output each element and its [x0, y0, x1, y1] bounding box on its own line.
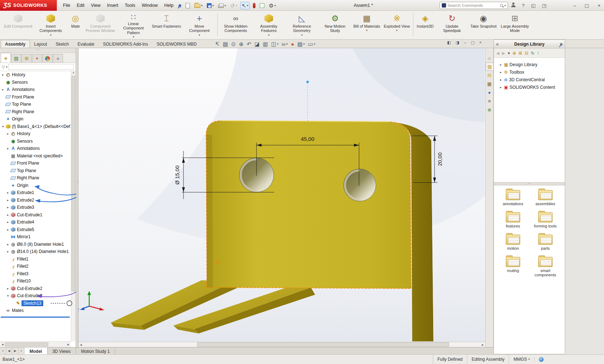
- new-motion-study-button[interactable]: ⚙New Motion Study: [318, 12, 351, 38]
- minimize-graphics-button[interactable]: –: [464, 40, 466, 45]
- update-standard-views-button[interactable]: ↸: [215, 41, 220, 47]
- menu-tools[interactable]: Tools: [122, 0, 138, 11]
- print-button[interactable]: ▾: [217, 3, 227, 9]
- scroll-right-icon[interactable]: ▶: [481, 343, 485, 347]
- pin-panel-icon[interactable]: [559, 41, 564, 47]
- featuremanager-tab[interactable]: ◈: [1, 53, 11, 63]
- evaluate-sheet-button[interactable]: [259, 3, 265, 9]
- tree-item-extrude5[interactable]: ▸Extrude5: [0, 226, 71, 234]
- expand-arrow-icon[interactable]: ▸: [6, 147, 10, 150]
- collapse-panel-icon[interactable]: «: [496, 41, 499, 47]
- rollback-bar[interactable]: [1, 317, 70, 318]
- panel-splitter-handle[interactable]: ⋯: [0, 48, 76, 53]
- dynamic-annotation-views-button[interactable]: ▥: [263, 41, 268, 47]
- solidworks-resources-tab[interactable]: ⌂: [486, 54, 493, 62]
- zoom-to-area-button[interactable]: ⊕: [239, 41, 244, 47]
- touch-mode-button[interactable]: [252, 2, 256, 9]
- sheet-tab-model[interactable]: Model: [24, 347, 47, 354]
- tree-item-f-base1-1-default-def[interactable]: ▾(f) Base1_&<1> (Default<<Def: [0, 123, 71, 130]
- display-style-button[interactable]: ◫▾: [271, 41, 278, 47]
- refresh-button[interactable]: ↻: [531, 51, 535, 56]
- search-input[interactable]: [448, 3, 499, 8]
- move-component-button[interactable]: +Move Component▾: [183, 12, 216, 38]
- library-folder-features[interactable]: features: [497, 212, 529, 228]
- expand-arrow-icon[interactable]: ▸: [499, 86, 503, 89]
- appearances-tab[interactable]: ●: [486, 88, 493, 97]
- forum-tab[interactable]: ⊛: [486, 106, 493, 114]
- tree-item-mates[interactable]: ∞Mates: [0, 307, 71, 314]
- edit-appearance-button[interactable]: ●: [291, 41, 294, 47]
- pane-left-button[interactable]: ◱: [531, 3, 535, 8]
- tree-item-front-plane[interactable]: Front Plane: [0, 93, 71, 101]
- pane-split-right-button[interactable]: ◨: [455, 40, 459, 45]
- collapse-arrow-icon[interactable]: ▾: [1, 125, 5, 128]
- expand-arrow-icon[interactable]: ▸: [6, 191, 10, 194]
- save-button[interactable]: ▾: [206, 3, 215, 9]
- menu-insert[interactable]: Insert: [104, 0, 122, 11]
- search-commands-box[interactable]: ▾: [440, 2, 508, 9]
- sheet-nav-icon[interactable]: ▶: [12, 347, 18, 354]
- apply-scene-button[interactable]: ▨▾: [298, 41, 305, 47]
- expand-arrow-icon[interactable]: ▸: [6, 250, 10, 253]
- library-folder-smart-components[interactable]: smart components: [529, 257, 562, 277]
- tree-item-sensors[interactable]: ◉Sensors: [0, 138, 71, 145]
- expand-arrow-icon[interactable]: ▸: [6, 198, 10, 202]
- hide-show-items-button[interactable]: ∞▾: [282, 41, 288, 47]
- menu-edit[interactable]: Edit: [73, 0, 88, 11]
- dimension-45-text[interactable]: 45,00: [301, 136, 314, 142]
- help-button[interactable]: ?: [522, 3, 524, 8]
- part-fork-beams[interactable]: [111, 280, 315, 333]
- expand-arrow-icon[interactable]: ▸: [6, 132, 10, 135]
- view-orientation-button[interactable]: ▧: [223, 41, 228, 47]
- dimension-20-text[interactable]: 20,00: [437, 152, 443, 166]
- tab-evaluate[interactable]: Evaluate: [73, 40, 99, 48]
- collapse-arrow-icon[interactable]: ▾: [6, 294, 10, 298]
- tree-item-material-not-specified[interactable]: ▦Material <not specified>: [0, 152, 71, 160]
- tree-item-cut-extrude2[interactable]: ▸Cut-Extrude2: [0, 285, 71, 292]
- sheet-nav-icon[interactable]: «: [0, 347, 6, 354]
- section-view-button[interactable]: ◪: [255, 41, 260, 47]
- expand-arrow-icon[interactable]: ▸: [499, 78, 503, 82]
- tree-item-right-plane[interactable]: Right Plane: [0, 108, 71, 116]
- tree-item-sketch13[interactable]: ✎Sketch13: [0, 300, 71, 307]
- library-node-toolbox[interactable]: ▸⚙Toolbox: [494, 68, 565, 76]
- search-scope-icon[interactable]: [442, 3, 446, 8]
- expand-arrow-icon[interactable]: ▸: [6, 287, 10, 290]
- panel-viewport-splitter[interactable]: ⋮: [76, 48, 78, 347]
- tree-item-fillet1[interactable]: ╭Fillet1: [0, 255, 71, 263]
- user-account-button[interactable]: [511, 3, 516, 8]
- status-mmgs[interactable]: MMGS▾: [509, 355, 534, 364]
- history-dropdown-button[interactable]: ▾: [508, 51, 510, 56]
- scroll-left-icon[interactable]: ◀: [0, 342, 5, 346]
- show-hidden-components-button[interactable]: ∞Show Hidden Components: [219, 12, 252, 38]
- tab-assembly[interactable]: Assembly: [1, 40, 30, 48]
- tab-solidworks-mbd[interactable]: SOLIDWORKS MBD: [153, 40, 201, 48]
- search-icon[interactable]: [500, 4, 503, 7]
- undo-button[interactable]: ↺▾: [229, 2, 238, 9]
- filter-icon[interactable]: ▽: [2, 65, 5, 69]
- options-gear-button[interactable]: ⚙▾: [268, 2, 277, 9]
- tree-item-origin[interactable]: ⌖Origin: [0, 115, 71, 123]
- tab-layout[interactable]: Layout: [30, 40, 51, 48]
- library-folder-motion[interactable]: motion: [497, 235, 529, 250]
- graphics-area[interactable]: 45,00 20,00 Ø 15,00: [78, 48, 485, 347]
- previous-view-button[interactable]: ↶: [247, 41, 251, 47]
- expand-arrow-icon[interactable]: ▸: [6, 220, 10, 224]
- scrollbar-thumb[interactable]: [197, 342, 449, 347]
- library-folder-assemblies[interactable]: assemblies: [529, 190, 562, 206]
- displaymanager-tab[interactable]: [42, 54, 53, 63]
- sheet-tab-motion-study-1[interactable]: Motion Study 1: [76, 347, 115, 354]
- tab-solidworks-add-ins[interactable]: SOLIDWORKS Add-Ins: [99, 40, 152, 48]
- tree-item-right-plane[interactable]: Right Plane: [0, 174, 71, 182]
- tree-item-fillet10[interactable]: ╭Fillet10: [0, 277, 71, 285]
- sheet-nav-icon[interactable]: ◀: [6, 347, 12, 354]
- exploded-view-button[interactable]: ※Exploded View▾: [382, 12, 412, 38]
- take-snapshot-button[interactable]: ◉Take Snapshot: [468, 12, 498, 38]
- reference-geometry-button[interactable]: ◺Reference Geometry▾: [285, 12, 318, 38]
- bill-of-materials-button[interactable]: ▦Bill of Materials▾: [351, 12, 382, 38]
- tree-item-history[interactable]: ▸◴History: [0, 71, 71, 79]
- propertymanager-tab[interactable]: ▤: [11, 54, 21, 63]
- instant3d-button[interactable]: ◈Instant3D: [415, 12, 435, 38]
- tree-item-fillet2[interactable]: ╭Fillet2: [0, 263, 71, 270]
- tree-item-top-plane[interactable]: Top Plane: [0, 167, 71, 175]
